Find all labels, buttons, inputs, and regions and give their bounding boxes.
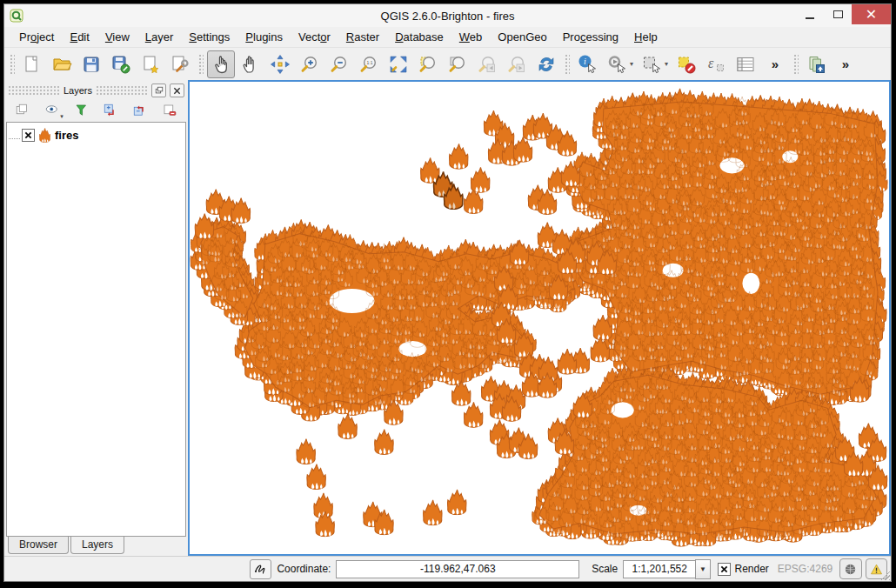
manage-layer-visibility-dropdown-arrow: ▾ — [60, 113, 64, 120]
maximize-button[interactable] — [824, 4, 852, 24]
zoom-last-button[interactable] — [473, 50, 501, 78]
open-attribute-table-button[interactable] — [732, 50, 759, 78]
identify-features-button[interactable]: i — [573, 50, 601, 78]
menu-settings[interactable]: Settings — [181, 28, 237, 46]
new-print-composer-icon — [140, 54, 161, 75]
menu-database[interactable]: Database — [387, 28, 451, 46]
dock-tabs: Browser Layers — [6, 537, 186, 556]
touch-zoom-pan-button[interactable] — [207, 50, 235, 78]
save-project-as-icon — [110, 54, 131, 75]
zoom-to-selection-button[interactable] — [414, 50, 442, 78]
new-print-composer-button[interactable] — [137, 50, 164, 78]
run-feature-action-button[interactable] — [603, 50, 631, 78]
pan-to-selection-button[interactable] — [266, 50, 294, 78]
menu-project[interactable]: Project — [11, 28, 62, 46]
refresh-button[interactable] — [532, 50, 560, 78]
remove-layer-button[interactable] — [160, 101, 179, 120]
layer-visibility-checkbox[interactable] — [22, 129, 35, 142]
title-bar: QGIS 2.6.0-Brighton - fires ✕ — [4, 4, 891, 27]
select-by-expression-button[interactable]: ε — [702, 50, 730, 78]
zoom-to-layer-button[interactable] — [444, 50, 471, 78]
fire-cluster-fill — [201, 102, 878, 534]
pan-map-button[interactable] — [237, 50, 264, 78]
menu-layer[interactable]: Layer — [137, 28, 182, 46]
scale-input[interactable] — [623, 560, 695, 578]
close-button[interactable]: ✕ — [852, 4, 891, 24]
filter-legend-button[interactable] — [72, 101, 91, 120]
deselect-all-icon — [676, 54, 697, 75]
main-area: Layers ▾ fires Browser Layers — [4, 80, 891, 556]
expand-all-button[interactable] — [101, 101, 120, 120]
menu-edit[interactable]: Edit — [62, 28, 97, 46]
select-features-dropdown-arrow[interactable]: ▾ — [665, 60, 672, 68]
chevron-down-icon: ▼ — [699, 565, 706, 573]
float-panel-button[interactable] — [151, 84, 166, 97]
zoom-in-icon — [299, 54, 320, 75]
composer-manager-button[interactable] — [166, 50, 194, 78]
zoom-in-button[interactable] — [296, 50, 324, 78]
run-feature-action-dropdown-arrow[interactable]: ▾ — [630, 60, 637, 68]
zoom-native-icon: 1:1 — [358, 54, 379, 75]
manage-layer-visibility-button[interactable]: ▾ — [43, 101, 62, 120]
overflow-chevron-icon: » — [839, 57, 853, 71]
tab-browser[interactable]: Browser — [8, 537, 69, 554]
touch-zoom-pan-icon — [211, 54, 231, 75]
map-canvas[interactable] — [188, 80, 891, 556]
close-panel-button[interactable] — [170, 84, 184, 97]
pan-map-icon — [240, 54, 261, 75]
toolbar-grip[interactable] — [792, 53, 799, 76]
fire-legend-icon — [38, 128, 51, 143]
qgis-window: QGIS 2.6.0-Brighton - fires ✕ ProjectEdi… — [3, 3, 892, 582]
save-project-icon — [81, 54, 102, 75]
zoom-out-button[interactable] — [325, 50, 353, 78]
opengeo-explorer-button[interactable] — [802, 50, 830, 78]
layer-name: fires — [55, 129, 78, 142]
open-project-button[interactable] — [48, 50, 76, 78]
select-features-button[interactable] — [638, 50, 665, 78]
toolbar: 1:1i▾▾ε»» — [4, 48, 891, 80]
toolbar-grip[interactable] — [197, 53, 204, 76]
scale-dropdown-button[interactable]: ▼ — [695, 559, 710, 579]
mouse-position-toggle-button[interactable] — [250, 559, 271, 579]
menu-opengeo[interactable]: OpenGeo — [490, 28, 554, 46]
layers-panel-header: Layers — [6, 82, 186, 99]
crs-globe-icon — [843, 562, 858, 577]
save-project-button[interactable] — [77, 50, 105, 78]
coordinate-label: Coordinate: — [277, 563, 331, 575]
toolbar-overflow-2-button[interactable]: » — [832, 50, 859, 78]
panel-handle-texture — [8, 85, 60, 96]
coordinate-input[interactable] — [336, 560, 579, 578]
toolbar-grip[interactable] — [564, 53, 570, 76]
collapse-all-button[interactable] — [130, 101, 150, 120]
new-project-button[interactable] — [18, 50, 46, 78]
deselect-all-button[interactable] — [672, 50, 700, 78]
tab-layers[interactable]: Layers — [70, 537, 124, 554]
check-x-icon — [24, 131, 32, 139]
open-attribute-table-icon — [735, 54, 756, 75]
zoom-full-button[interactable] — [384, 50, 412, 78]
menu-view[interactable]: View — [97, 28, 137, 46]
svg-text:ε: ε — [708, 56, 714, 70]
zoom-next-button[interactable] — [503, 50, 531, 78]
menu-help[interactable]: Help — [626, 28, 665, 46]
menu-raster[interactable]: Raster — [338, 28, 387, 46]
zoom-native-button[interactable]: 1:1 — [355, 50, 383, 78]
add-group-button[interactable] — [13, 101, 32, 120]
menu-web[interactable]: Web — [451, 28, 491, 46]
epsg-status: EPSG:4269 — [778, 563, 832, 575]
toolbar-grip[interactable] — [9, 53, 15, 76]
expand-all-icon — [103, 103, 118, 118]
minimize-button[interactable] — [796, 4, 824, 24]
crs-status-button[interactable] — [839, 558, 861, 579]
collapse-all-icon — [132, 103, 148, 118]
render-checkbox[interactable] — [718, 563, 731, 576]
menu-vector[interactable]: Vector — [291, 28, 338, 46]
zoom-to-selection-icon — [418, 54, 438, 75]
menu-plugins[interactable]: Plugins — [237, 28, 291, 46]
layer-item-fires[interactable]: fires — [9, 126, 185, 144]
new-project-icon — [22, 54, 43, 75]
save-project-as-button[interactable] — [107, 50, 135, 78]
toolbar-overflow-button[interactable]: » — [761, 50, 789, 78]
zoom-full-icon — [388, 54, 409, 75]
menu-processing[interactable]: Processing — [555, 28, 626, 46]
